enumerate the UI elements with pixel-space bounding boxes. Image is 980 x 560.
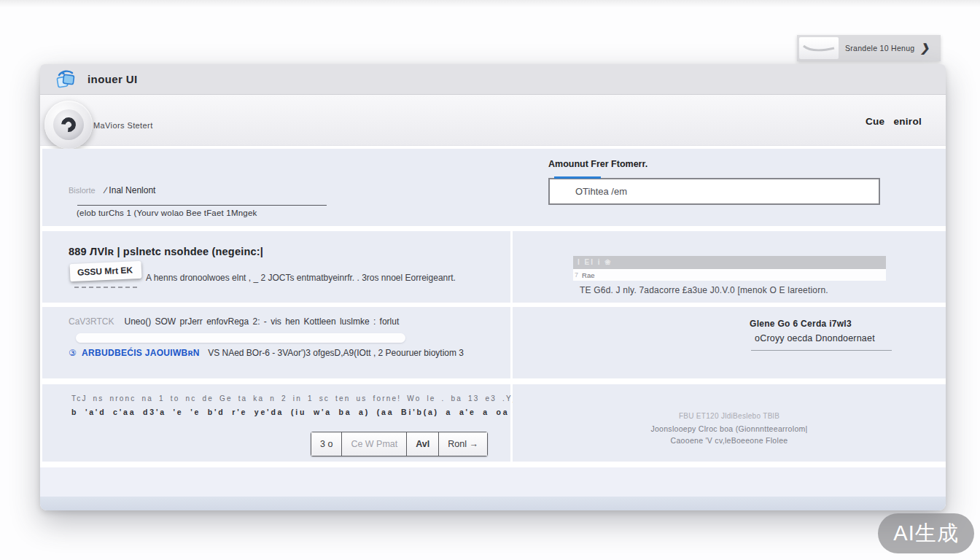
swoosh-button[interactable] — [799, 37, 839, 59]
gssu-button[interactable]: GSSU Mrt EK — [70, 261, 142, 281]
mini-toolbar-label: Srandele 10 Henug — [839, 44, 921, 52]
footer-note-block: FBU ET120 JldiBeslebo TBlB Joonslooepy C… — [598, 411, 860, 447]
network-link-rest: VS NAed BOr-6 - 3VAor')3 ofgesD,A9(IOtt … — [208, 348, 464, 358]
list-header-bar: l El i ❀ — [573, 256, 886, 269]
record-name-light: Bislorte — [69, 186, 96, 195]
titlebar: inouer UI — [40, 64, 946, 95]
choice-underline — [751, 350, 892, 351]
ai-watermark: AI生成 — [878, 513, 974, 553]
input-accent-bar — [554, 176, 601, 179]
mini-toolbar: Srandele 10 Henug ❯ — [797, 35, 941, 61]
row-tick: 7 — [575, 271, 578, 279]
header-user-label: MaViors Stetert — [93, 121, 153, 130]
amount-input[interactable] — [548, 178, 880, 205]
network-link[interactable]: ARBUDBEĆIS JAOUIWBʀN — [82, 348, 200, 358]
network-status-prefix: CaV3RTCK — [69, 316, 114, 327]
section-settings-right: l El i ❀ 7 Rae TE G6d. J nly. 7adacorre … — [513, 231, 946, 303]
main-window: inouer UI MaViors Stetert Cue enirol Bis… — [40, 64, 946, 510]
power-button[interactable] — [44, 101, 93, 149]
page-top-fade — [0, 0, 980, 7]
fineprint-line2: b 'a'd c'aa d3'a 'e 'e b'd r'e ye'da (iu… — [71, 408, 502, 416]
progress-pill — [76, 333, 405, 343]
record-name: Bislorte ∕ Inal Nenlont — [69, 185, 155, 195]
list-item-row[interactable]: 7 Rae — [573, 269, 886, 281]
button-ronl-next[interactable]: Ronl → — [439, 432, 487, 456]
name-underline — [77, 205, 327, 206]
power-button-inner — [53, 109, 84, 140]
network-status-text: Uneo() SOW prJerr enfovRega 2: - vis hen… — [124, 316, 399, 327]
section-network-right: Glene Go 6 Cerda i7wl3 oCroyy oecda Dnon… — [513, 307, 946, 378]
amount-field-label: Amounut Frer Ftomerr. — [548, 159, 648, 169]
record-name-dark: ∕ Inal Nenlont — [105, 185, 155, 195]
window-footer — [40, 467, 946, 497]
power-icon — [58, 114, 79, 135]
chevron-right-icon[interactable]: ❯ — [920, 42, 932, 55]
window-bottom-strip — [40, 497, 946, 510]
fineprint-line1: TcJ ns nronc na 1 to nc de Ge ta ka n 2 … — [71, 394, 502, 402]
window-header: MaViors Stetert Cue enirol — [40, 95, 946, 146]
footer-note-line3: Caooene 'V cv,leBoeeone Flolee — [598, 435, 860, 447]
swoosh-icon — [802, 43, 836, 55]
list-description: TE G6d. J nly. 7adacorre £a3ue J0.V.0 [m… — [580, 285, 828, 295]
button-cew-pmat[interactable]: Ce W Pmat — [342, 432, 407, 456]
window-title: inouer UI — [88, 73, 138, 85]
footer-note-line2: Joonslooepy Clroc boa (Gionnntteearrolom… — [598, 423, 860, 435]
amount-input-wrap — [548, 178, 880, 205]
choice-heading: Glene Go 6 Cerda i7wl3 — [750, 319, 852, 329]
choice-option[interactable]: oCroyy oecda Dnondoernaet — [755, 333, 875, 343]
record-subtext: (elob turChs 1 (Yourv wolao Bee tFaet 1M… — [77, 209, 257, 217]
button-avl[interactable]: Avl — [407, 432, 439, 456]
wizard-button-group: 3 o Ce W Pmat Avl Ronl → — [311, 432, 488, 456]
section-actions-right: FBU ET120 JldiBeslebo TBlB Joonslooepy C… — [513, 384, 946, 462]
settings-description: A henns dronoolwoes elnt , _ 2 JOCTs ent… — [146, 273, 456, 283]
network-link-line[interactable]: ③ ARBUDBEĆIS JAOUIWBʀN VS NAed BOr-6 - 3… — [69, 348, 464, 358]
settings-heading: 889 ЛVlʀ | pslnetc nsohdee (negeinc:| — [69, 246, 263, 257]
app-logo-icon — [55, 70, 76, 89]
section-actions-left: TcJ ns nronc na 1 to nc de Ge ta ka n 2 … — [42, 384, 510, 462]
section-network-left: CaV3RTCKUneo() SOW prJerr enfovRega 2: -… — [42, 307, 510, 378]
row-label: Rae — [582, 271, 594, 279]
network-status-line: CaV3RTCKUneo() SOW prJerr enfovRega 2: -… — [69, 316, 399, 327]
footer-note-line1: FBU ET120 JldiBeslebo TBlB — [598, 411, 860, 423]
section-settings-left: 889 ЛVlʀ | pslnetc nsohdee (negeinc:| GS… — [42, 231, 510, 303]
button-3o[interactable]: 3 o — [311, 432, 342, 456]
circled-3-icon: ③ — [69, 348, 77, 358]
header-action-link[interactable]: Cue enirol — [866, 116, 922, 127]
dashed-underline — [74, 287, 137, 288]
section-identity: Bislorte ∕ Inal Nenlont (elob turChs 1 (… — [42, 149, 946, 226]
